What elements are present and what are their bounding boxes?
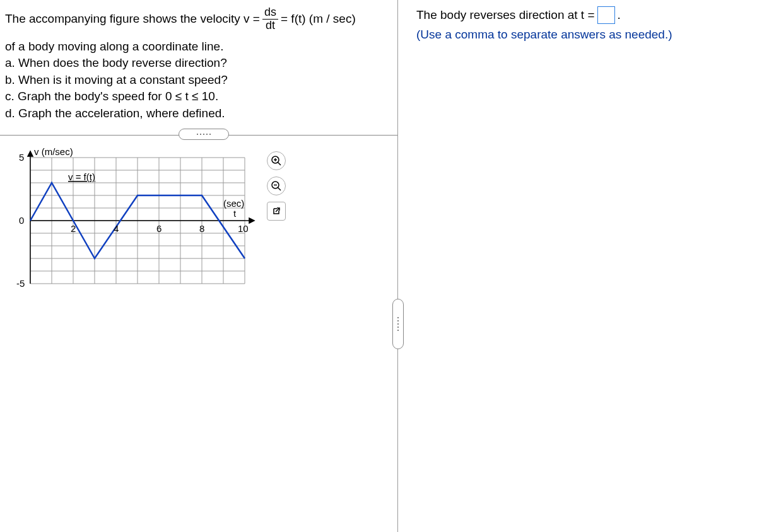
problem-line2: of a body moving along a coordinate line… [5, 38, 397, 55]
zoom-in-icon [271, 155, 282, 166]
x-tick-6: 6 [156, 223, 161, 234]
answer-hint: (Use a comma to separate answers as need… [416, 28, 751, 42]
x-axis-label: (sec) [223, 198, 244, 209]
problem-text: The accompanying figure shows the veloci… [5, 12, 260, 26]
svg-marker-24 [249, 218, 254, 223]
fraction-denominator: dt [264, 20, 277, 32]
question-c: c. Graph the body's speed for 0 ≤ t ≤ 10… [5, 88, 397, 105]
x-tick-8: 8 [199, 223, 204, 234]
answer-prompt-prefix: The body reverses direction at t = [416, 8, 595, 22]
y-tick-0: 0 [19, 215, 24, 226]
svg-marker-25 [28, 151, 33, 156]
zoom-out-icon [271, 180, 282, 192]
zoom-out-button[interactable] [267, 176, 286, 195]
answer-prompt-suffix: . [618, 8, 621, 22]
answer-input[interactable] [597, 6, 615, 24]
zoom-in-button[interactable] [267, 151, 286, 170]
svg-line-27 [278, 162, 281, 165]
y-tick-5: 5 [19, 152, 24, 163]
problem-text-suffix: = f(t) (m / sec) [281, 12, 356, 26]
fraction-dsdt: ds dt [262, 6, 278, 32]
svg-line-31 [278, 187, 281, 190]
fraction-numerator: ds [262, 6, 278, 20]
x-axis-label-t: t [233, 208, 237, 219]
x-tick-4: 4 [114, 223, 119, 234]
vertical-divider [397, 0, 398, 532]
curve-label: v = f(t) [68, 171, 95, 182]
question-b: b. When is it moving at a constant speed… [5, 72, 397, 89]
x-tick-2: 2 [71, 223, 76, 234]
collapse-up-button[interactable] [179, 129, 229, 140]
open-external-button[interactable] [267, 202, 286, 221]
x-tick-10: 10 [238, 223, 249, 234]
y-tick-neg5: -5 [16, 278, 25, 289]
collapse-left-button[interactable] [392, 299, 404, 349]
velocity-chart: 5 0 -5 2 4 6 8 10 v (m/sec) v = f(t) (se… [11, 145, 289, 315]
question-a: a. When does the body reverse direction? [5, 55, 397, 72]
open-external-icon [271, 206, 281, 216]
question-d: d. Graph the acceleration, where defined… [5, 105, 397, 122]
y-axis-label: v (m/sec) [34, 146, 73, 157]
